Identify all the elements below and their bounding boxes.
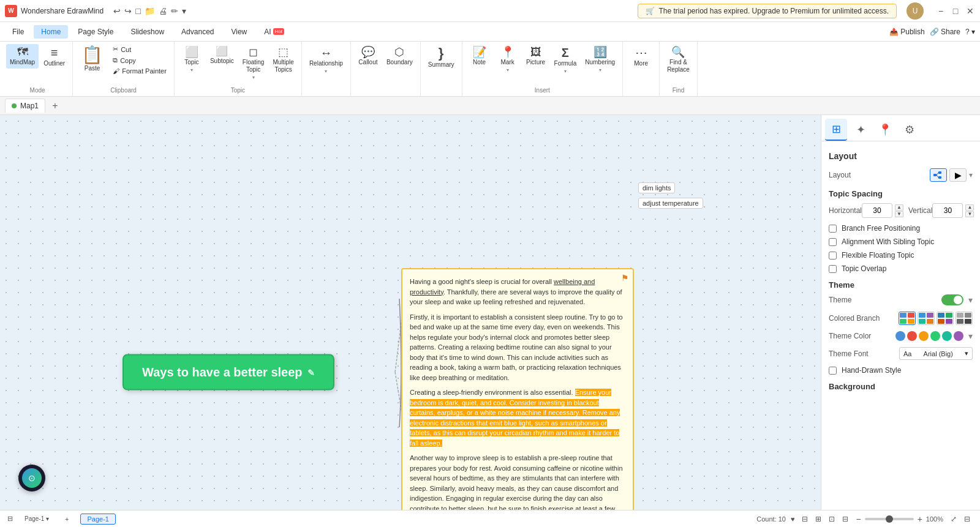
find-group-label: Find xyxy=(673,86,684,94)
alignment-sibling-checkbox[interactable] xyxy=(829,238,837,246)
vertical-label: Vertical xyxy=(908,206,932,215)
vertical-input[interactable] xyxy=(932,203,963,218)
outliner-btn[interactable]: ≡ Outliner xyxy=(40,44,69,70)
publish-btn[interactable]: 📤 Publish xyxy=(889,28,925,36)
multiple-topics-btn[interactable]: ⬚ MultipleTopics xyxy=(269,44,297,76)
cb-option-3[interactable] xyxy=(937,312,954,325)
theme-dropdown[interactable]: ▾ xyxy=(968,295,973,305)
minimize-btn[interactable]: − xyxy=(936,6,946,16)
summary-btn[interactable]: } Summary xyxy=(424,44,458,71)
menu-item-home[interactable]: Home xyxy=(34,25,68,39)
more-btn[interactable]: ⋯ More xyxy=(628,44,655,70)
central-topic[interactable]: Ways to have a better sleep ✎ xyxy=(123,354,334,391)
boundary-btn[interactable]: ⬡ Boundary xyxy=(383,44,417,69)
vertical-up[interactable]: ▲ xyxy=(965,204,974,211)
floating-topic-btn[interactable]: ◻ FloatingTopic ▾ xyxy=(239,44,268,83)
callout-btn[interactable]: 💬 Callout xyxy=(355,44,382,69)
horizontal-down[interactable]: ▼ xyxy=(895,211,903,217)
panel-tab-location[interactable]: 📍 xyxy=(874,119,896,141)
copy-btn[interactable]: ⧉ Copy xyxy=(109,55,170,65)
paste-btn[interactable]: 📋 Paste xyxy=(77,44,108,74)
theme-color-dropdown[interactable]: ▾ xyxy=(968,331,973,341)
panel-toggle-btn[interactable]: ⊟ xyxy=(962,514,973,525)
relationship-btn[interactable]: ↔ Relationship ▾ xyxy=(306,44,347,77)
zoom-slider[interactable] xyxy=(865,518,914,520)
page-tab-active[interactable]: Page-1 xyxy=(80,514,115,525)
hand-drawn-checkbox[interactable] xyxy=(829,367,837,375)
page-tab-page1-select[interactable]: Page-1 ▾ xyxy=(18,514,56,524)
app-logo: W Wondershare EdrawMind xyxy=(5,5,104,17)
layout-icon-2[interactable]: ▶ xyxy=(949,168,967,182)
horizontal-up[interactable]: ▲ xyxy=(895,204,903,211)
open-btn[interactable]: 📁 xyxy=(145,6,155,16)
fullscreen-btn[interactable]: ⤢ xyxy=(948,514,959,525)
menu-item-advanced[interactable]: Advanced xyxy=(174,25,221,39)
topic-overlap-checkbox[interactable] xyxy=(829,265,837,273)
sidebar-toggle[interactable]: ⊟ xyxy=(7,515,13,523)
canvas[interactable]: Ways to have a better sleep ✎ ⚑ Having a… xyxy=(0,115,821,510)
cb-option-4[interactable] xyxy=(956,312,973,325)
color-green[interactable] xyxy=(930,331,940,341)
color-teal[interactable] xyxy=(942,331,952,341)
undo-btn[interactable]: ↩ xyxy=(113,6,121,16)
formula-btn[interactable]: Σ Formula ▾ xyxy=(551,44,581,77)
layout-dropdown-arrow[interactable]: ▾ xyxy=(969,171,973,179)
branch-free-checkbox[interactable] xyxy=(829,225,837,233)
maximize-btn[interactable]: □ xyxy=(951,6,960,16)
close-btn[interactable]: ✕ xyxy=(965,6,975,16)
new-btn[interactable]: □ xyxy=(135,6,140,16)
panel-tab-ai[interactable]: ✦ xyxy=(850,119,872,141)
view-icon-3[interactable]: ⊡ xyxy=(826,514,837,525)
menu-item-ai[interactable]: AI Hot xyxy=(257,25,292,39)
view-icon-4[interactable]: ⊟ xyxy=(840,514,851,525)
panel-tab-layout[interactable]: ⊞ xyxy=(825,119,847,141)
share-btn[interactable]: 🔗 Share xyxy=(930,28,960,36)
mark-btn[interactable]: 📍 Mark ▾ xyxy=(494,44,521,75)
cut-btn[interactable]: ✂ Cut xyxy=(109,44,170,54)
mode-group-label: Mode xyxy=(30,86,45,94)
add-page-btn[interactable]: + xyxy=(58,514,75,525)
topic-overlap-label: Topic Overlap xyxy=(842,264,886,273)
ai-float-button[interactable]: ⊙ xyxy=(18,465,45,491)
format-painter-btn[interactable]: 🖌 Format Painter xyxy=(109,66,170,76)
zoom-minus-btn[interactable]: − xyxy=(856,514,861,524)
menu-item-page-style[interactable]: Page Style xyxy=(70,25,121,39)
more-dropdown[interactable]: ▾ xyxy=(182,6,186,16)
add-tab-btn[interactable]: + xyxy=(48,99,62,113)
horizontal-input[interactable] xyxy=(862,203,892,218)
note-btn[interactable]: 📝 Note xyxy=(466,44,493,69)
find-replace-btn[interactable]: 🔍 Find &Replace xyxy=(663,44,693,76)
layout-icon-1[interactable] xyxy=(930,168,947,182)
menu-item-view[interactable]: View xyxy=(224,25,254,39)
theme-toggle[interactable] xyxy=(941,294,963,305)
layout-prop-row: Layout ▶ ▾ xyxy=(829,168,973,182)
theme-font-select[interactable]: Aa Arial (Big) ▾ xyxy=(899,347,973,360)
view-icon-1[interactable]: ⊟ xyxy=(799,514,810,525)
mindmap-btn[interactable]: 🗺 MindMap xyxy=(6,44,39,69)
flexible-floating-checkbox[interactable] xyxy=(829,252,837,260)
topic-btn[interactable]: ⬜ Topic ▾ xyxy=(178,44,205,75)
cb-option-1[interactable] xyxy=(899,312,916,325)
print-btn[interactable]: 🖨 xyxy=(159,6,167,16)
color-purple[interactable] xyxy=(954,331,963,341)
trial-banner[interactable]: 🛒 The trial period has expired. Upgrade … xyxy=(638,4,897,18)
view-icon-2[interactable]: ⊞ xyxy=(813,514,824,525)
redo-btn[interactable]: ↪ xyxy=(124,6,132,16)
avatar[interactable]: U xyxy=(907,2,924,20)
menu-item-file[interactable]: File xyxy=(5,25,31,39)
panel-tab-settings[interactable]: ⚙ xyxy=(899,119,921,141)
tab-map1[interactable]: Map1 xyxy=(5,99,45,113)
picture-btn[interactable]: 🖼 Picture xyxy=(522,44,549,69)
color-red[interactable] xyxy=(907,331,917,341)
edit-btn[interactable]: ✏ xyxy=(171,6,178,16)
help-btn[interactable]: ? ▾ xyxy=(965,28,975,36)
color-orange[interactable] xyxy=(919,331,929,341)
color-blue[interactable] xyxy=(895,331,905,341)
vertical-down[interactable]: ▼ xyxy=(965,211,974,217)
zoom-plus-btn[interactable]: + xyxy=(918,514,922,524)
cb-option-2[interactable] xyxy=(918,312,935,325)
numbering-btn[interactable]: 🔢 Numbering ▾ xyxy=(581,44,619,75)
multiple-topics-label: MultipleTopics xyxy=(273,59,293,73)
menu-item-slideshow[interactable]: Slideshow xyxy=(123,25,172,39)
subtopic-btn[interactable]: ⬜ Subtopic xyxy=(206,44,238,67)
